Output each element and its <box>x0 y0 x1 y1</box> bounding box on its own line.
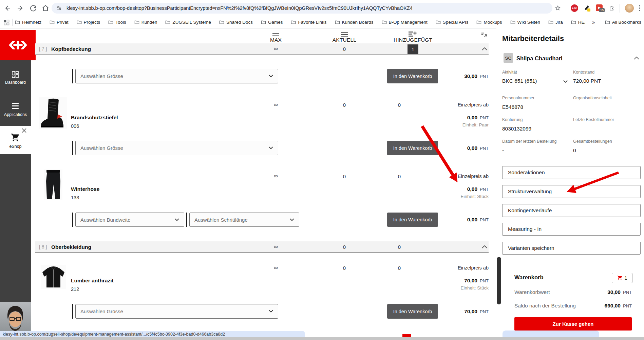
field-label: Organisationseinheit <box>573 96 612 100</box>
bookmark-label: Games <box>268 20 283 25</box>
sidebar-item-eshop[interactable]: eShop <box>0 126 31 154</box>
field-value: 8030132099 <box>502 126 531 132</box>
product-code: 133 <box>71 195 79 200</box>
bookmark-folder-item[interactable]: Heimnetz <box>15 20 41 25</box>
red-extension-icon[interactable]: 15 <box>596 4 603 11</box>
measuring-in-button[interactable]: Measuring - In <box>502 223 641 236</box>
bookmark-folder-item[interactable]: Favorite Links <box>291 20 326 25</box>
bookmark-folder-item[interactable]: Projects <box>77 20 100 25</box>
adblock-extension-icon[interactable]: ABP <box>571 4 578 12</box>
column-header-hinzugefuegt[interactable]: HINZUGEFÜGT <box>386 37 440 43</box>
product-image-lumber[interactable] <box>41 265 66 289</box>
tab-groups-icon[interactable] <box>3 19 10 25</box>
site-settings-icon[interactable] <box>56 5 62 11</box>
bookmark-label: Special APIs <box>443 20 469 25</box>
applications-icon[interactable] <box>11 103 19 109</box>
column-header-max[interactable]: MAX <box>262 37 289 43</box>
size-select[interactable]: Auswählen Grösse <box>75 69 278 83</box>
folder-icon <box>261 20 266 25</box>
bookmark-folder-item[interactable]: Mockups <box>476 20 502 25</box>
chevron-down-icon[interactable] <box>563 80 568 83</box>
section-header-oberbekleidung[interactable]: [ 8 ] Oberbekleidung <box>35 241 489 253</box>
section7-aktuell-value: 0 <box>331 46 358 52</box>
strukturverwaltung-button[interactable]: Strukturverwaltung <box>502 185 641 198</box>
sidebar-item-applications[interactable]: Applications <box>0 112 31 117</box>
waist-select[interactable]: Auswählen Bundweite <box>75 213 184 227</box>
bookmark-folder-item[interactable]: Kunden Boards <box>335 20 374 25</box>
chevron-up-icon[interactable] <box>482 47 487 51</box>
bookmark-folder-item[interactable]: REALM APPS <box>571 20 585 25</box>
status-url-bar: klesy-int.sbb.b-op.com/zugseil-shop/de/e… <box>0 331 305 337</box>
price-value: 0,00 <box>467 115 477 121</box>
bookmark-folder-item[interactable]: Kunden <box>134 20 157 25</box>
cart-icon <box>617 275 623 281</box>
product-image-winterhose[interactable] <box>44 169 62 200</box>
bookmark-star-icon[interactable] <box>554 5 561 12</box>
sbb-logo-block[interactable] <box>0 30 36 60</box>
size-select[interactable]: Auswählen Grösse <box>75 141 278 155</box>
collapse-employee-chevron-icon[interactable] <box>634 57 639 60</box>
activity-select[interactable]: BKC 651 (651) <box>502 78 537 84</box>
home-icon[interactable] <box>41 4 50 12</box>
cart-count-button[interactable]: 1 <box>612 273 632 283</box>
product-name[interactable]: Brandschutzstiefel <box>71 115 118 121</box>
all-bookmarks-button[interactable]: All Bookmarks <box>605 20 641 25</box>
bookmark-folder-item[interactable]: Special APIs <box>436 20 469 25</box>
hinzugefuegt-column-icon <box>408 31 417 38</box>
reload-icon[interactable] <box>29 4 37 12</box>
screen: klesy-int.sbb.b-op.com/bop-desktop?Busin… <box>0 0 644 340</box>
price-currency: PNT <box>480 115 489 120</box>
product-image-brandschutzstiefel[interactable] <box>39 97 67 129</box>
sort-icon[interactable] <box>480 31 488 39</box>
sonderaktionen-button[interactable]: Sonderaktionen <box>502 166 641 179</box>
tool-extension-icon[interactable] <box>584 4 591 12</box>
bookmark-folder-item[interactable]: Jira <box>548 20 563 25</box>
close-icon[interactable] <box>22 128 26 133</box>
forward-icon[interactable] <box>16 4 24 12</box>
bookmark-folder-item[interactable]: B-Op Management <box>382 20 428 25</box>
extension-badge: 15 <box>599 8 605 12</box>
browser-menu-icon[interactable] <box>639 4 641 12</box>
bookmark-folder-item[interactable]: ZUGSEIL Systeme <box>165 20 211 25</box>
checkout-button[interactable]: Zur Kasse gehen <box>514 317 632 331</box>
bookmark-folder-item[interactable]: Privat <box>50 20 69 25</box>
cart-value-label: Warenkorbwert <box>514 289 550 295</box>
product-code: 212 <box>71 286 79 292</box>
size-select[interactable]: Auswählen Grösse <box>75 304 278 319</box>
product3-max: ∞ <box>262 264 289 271</box>
panel-scrollbar[interactable] <box>497 257 501 304</box>
unit-price-label: Einzelpreis ab <box>421 102 489 107</box>
varianten-speichern-button[interactable]: Varianten speichern <box>502 242 641 255</box>
field-accent-bar <box>72 69 73 83</box>
length-select[interactable]: Auswählen Schrittlänge <box>189 213 299 227</box>
sidebar-item-dashboard[interactable]: Dashboard <box>0 80 31 85</box>
dashboard-icon[interactable] <box>11 71 19 79</box>
abp-label: ABP <box>572 7 577 9</box>
bookmark-folder-item[interactable]: Shared Docs <box>219 20 253 25</box>
section-index: [ 7 ] <box>39 43 47 55</box>
bookmarks-overflow-chevron[interactable]: » <box>592 19 595 25</box>
kontingentverlaeufe-button[interactable]: Kontingentverläufe <box>502 204 641 217</box>
chevron-down-icon <box>269 75 273 78</box>
app-sidebar <box>0 60 31 340</box>
bookmark-folder-item[interactable]: Wiki Seiten <box>510 20 541 25</box>
chevron-up-icon[interactable] <box>482 245 487 248</box>
bookmark-label: Wiki Seiten <box>517 20 541 25</box>
product-name[interactable]: Winterhose <box>71 186 99 192</box>
product-name[interactable]: Lumber anthrazit <box>71 278 114 284</box>
field-accent-bar <box>72 213 73 227</box>
browser-profile-avatar[interactable] <box>625 4 634 13</box>
folder-icon <box>335 20 340 25</box>
cart-count: 1 <box>625 275 627 281</box>
bookmark-folder-item[interactable]: Games <box>261 20 283 25</box>
section-header-kopfbedeckung[interactable]: [ 7 ] Kopfbedeckung <box>35 43 489 55</box>
field-accent-bar <box>186 213 187 227</box>
price-value: 0,00 <box>467 145 477 151</box>
folder-icon <box>548 20 553 25</box>
column-header-aktuell[interactable]: AKTUELL <box>324 37 365 43</box>
extensions-puzzle-icon[interactable] <box>608 4 615 11</box>
panel-title: Mitarbeiterdetails <box>502 34 564 43</box>
url-bar[interactable]: klesy-int.sbb.b-op.com/bop-desktop?Busin… <box>52 3 552 14</box>
bookmark-folder-item[interactable]: Tools <box>108 20 126 25</box>
back-icon[interactable] <box>3 4 12 12</box>
